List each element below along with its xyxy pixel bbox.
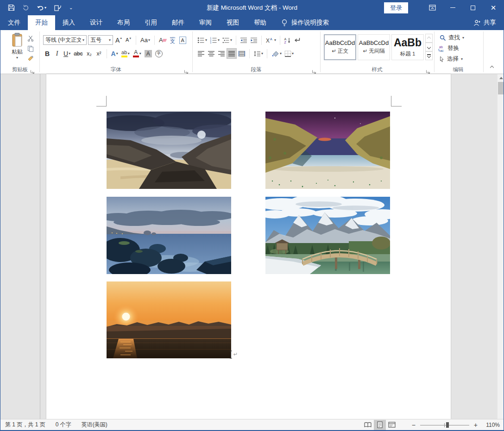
- font-name-combo[interactable]: 等线 (中文正文) ▾: [43, 35, 87, 45]
- italic-button[interactable]: I: [53, 49, 61, 58]
- grow-font-button[interactable]: A▴: [114, 35, 123, 45]
- numbering-button[interactable]: 123 ▾: [209, 35, 220, 45]
- zoom-slider-thumb[interactable]: [446, 422, 449, 428]
- increase-indent-button[interactable]: [249, 35, 258, 45]
- tab-home[interactable]: 开始: [28, 15, 55, 30]
- font-dialog-launcher[interactable]: [184, 68, 189, 73]
- tab-layout[interactable]: 布局: [110, 15, 137, 30]
- font-size-combo[interactable]: 五号 ▾: [88, 35, 113, 45]
- style-card-no-spacing[interactable]: AaBbCcDd ↵ 无间隔: [358, 34, 390, 60]
- zoom-out-button[interactable]: −: [410, 421, 417, 429]
- zoom-level[interactable]: 110%: [479, 422, 500, 428]
- language-indicator[interactable]: 英语(美国): [82, 421, 107, 429]
- collapse-ribbon-button[interactable]: [491, 62, 493, 71]
- undo-dropdown-arrow-icon[interactable]: ▾: [44, 6, 46, 10]
- select-button[interactable]: 选择 ▾: [439, 55, 463, 63]
- tab-review[interactable]: 审阅: [192, 15, 219, 30]
- underline-button[interactable]: U▾: [63, 49, 71, 58]
- separator: [483, 31, 484, 72]
- tab-references[interactable]: 引用: [137, 15, 164, 30]
- maximize-button[interactable]: [463, 0, 483, 15]
- styles-more-button[interactable]: [425, 51, 433, 60]
- replace-button[interactable]: abac 替换: [438, 44, 459, 52]
- character-border-glyph: A: [179, 37, 186, 44]
- align-left-button[interactable]: [196, 49, 206, 58]
- change-case-button[interactable]: Aa▾: [139, 35, 151, 45]
- shading-button[interactable]: ▾: [270, 49, 283, 58]
- styles-scroll-up-button[interactable]: [425, 34, 433, 43]
- clear-formatting-button[interactable]: A: [158, 35, 167, 45]
- bold-button[interactable]: B: [43, 49, 51, 58]
- sort-button[interactable]: AZ: [283, 35, 292, 45]
- web-layout-button[interactable]: [386, 420, 398, 430]
- font-color-button[interactable]: A ▾: [132, 49, 142, 58]
- asian-layout-icon: XA: [265, 37, 274, 44]
- shrink-font-button[interactable]: A▾: [124, 35, 132, 45]
- ribbon-display-options-button[interactable]: [422, 0, 442, 15]
- photo-snowy-mountain-bridge[interactable]: [265, 197, 390, 274]
- subscript-button[interactable]: x₂: [85, 49, 94, 58]
- asian-layout-button[interactable]: XA ▾: [265, 35, 277, 45]
- minimize-button[interactable]: [442, 0, 463, 15]
- highlight-button[interactable]: ab ▾: [120, 49, 131, 58]
- tab-view[interactable]: 视图: [219, 15, 246, 30]
- bullets-button[interactable]: ▾: [196, 35, 208, 45]
- customize-quick-access-button[interactable]: ⌄: [69, 6, 73, 10]
- photo-orange-sunset-sea[interactable]: [107, 281, 231, 358]
- save-button[interactable]: [8, 4, 15, 11]
- page-info[interactable]: 第 1 页，共 1 页: [5, 421, 45, 429]
- tab-design[interactable]: 设计: [82, 15, 110, 30]
- character-border-button[interactable]: A: [178, 35, 187, 45]
- undo-button[interactable]: ▾: [37, 5, 46, 11]
- borders-button[interactable]: ▾: [284, 49, 295, 58]
- tab-help[interactable]: 帮助: [246, 15, 274, 30]
- change-case-arrow-icon: ▾: [148, 38, 150, 42]
- share-button[interactable]: 共享: [473, 15, 496, 30]
- decrease-indent-icon: [240, 37, 247, 44]
- photo-blue-twilight-shore[interactable]: [107, 197, 231, 274]
- format-painter-button[interactable]: [26, 54, 35, 63]
- tab-file[interactable]: 文件: [0, 15, 28, 30]
- styles-dialog-launcher[interactable]: [426, 68, 431, 73]
- enclose-characters-button[interactable]: 字: [154, 49, 164, 58]
- decrease-indent-button[interactable]: [239, 35, 248, 45]
- photo-stormy-rocky-coast[interactable]: [107, 112, 231, 189]
- phonetic-guide-button[interactable]: wén 文: [169, 35, 177, 45]
- photo-purple-night-cove[interactable]: [265, 112, 390, 189]
- tab-mailings[interactable]: 邮件: [164, 15, 192, 30]
- copy-button[interactable]: [26, 44, 35, 53]
- document-arrow-button[interactable]: [54, 4, 62, 12]
- tell-me-search[interactable]: 操作说明搜索: [281, 15, 329, 30]
- superscript-button[interactable]: x²: [95, 49, 103, 58]
- close-button[interactable]: ✕: [483, 0, 504, 15]
- justify-button[interactable]: [227, 49, 236, 58]
- vertical-scrollbar[interactable]: [497, 74, 504, 419]
- distribute-button[interactable]: [237, 49, 246, 58]
- scrollbar-up-button[interactable]: [498, 74, 504, 82]
- strikethrough-button[interactable]: abc: [73, 49, 83, 58]
- multilevel-list-button[interactable]: ▾: [221, 35, 233, 45]
- paste-button[interactable]: 粘贴 ▾: [6, 32, 28, 67]
- cut-button[interactable]: [26, 33, 35, 43]
- style-card-normal[interactable]: AaBbCcDd ↵ 正文: [324, 34, 356, 60]
- sign-in-button[interactable]: 登录: [384, 2, 408, 13]
- align-right-button[interactable]: [217, 49, 226, 58]
- find-button[interactable]: 查找 ▾: [440, 34, 464, 42]
- read-mode-button[interactable]: [362, 420, 374, 430]
- word-count[interactable]: 0 个字: [56, 421, 71, 429]
- show-marks-button[interactable]: [293, 35, 302, 45]
- text-effects-button[interactable]: A▾: [110, 49, 119, 58]
- zoom-slider[interactable]: [420, 422, 469, 428]
- tab-insert[interactable]: 插入: [55, 15, 82, 30]
- align-center-button[interactable]: [207, 49, 216, 58]
- zoom-in-button[interactable]: +: [472, 421, 479, 429]
- paragraph-dialog-launcher[interactable]: [312, 68, 317, 73]
- character-shading-button[interactable]: A: [144, 49, 153, 58]
- scrollbar-thumb[interactable]: [498, 82, 504, 94]
- style-card-heading1[interactable]: AaBb 标题 1: [391, 34, 424, 60]
- styles-scroll-down-button[interactable]: [425, 43, 433, 51]
- clipboard-dialog-launcher[interactable]: [30, 68, 35, 73]
- line-spacing-button[interactable]: ▾: [252, 49, 264, 58]
- read-mode-icon: [364, 422, 372, 428]
- print-layout-button[interactable]: [374, 420, 386, 430]
